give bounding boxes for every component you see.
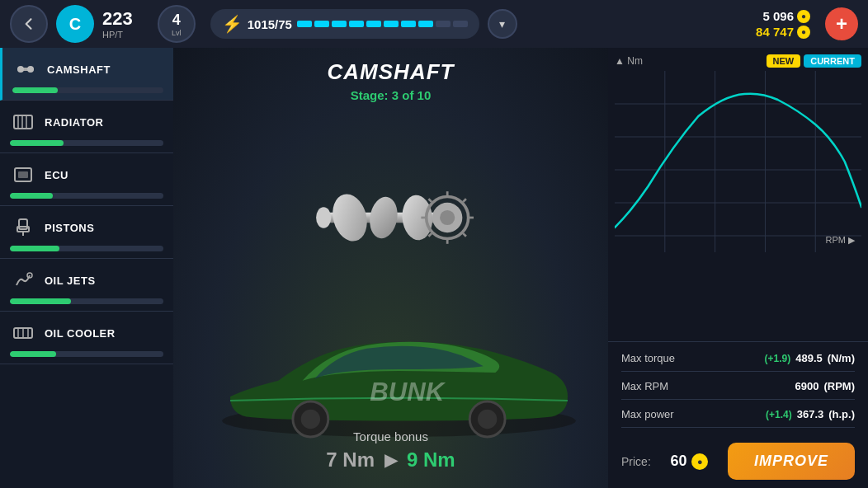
oil-jets-progress-bg xyxy=(10,298,163,304)
gold-value: 5 096 xyxy=(762,9,794,23)
camshaft-label: CAMSHAFT xyxy=(47,63,111,76)
svg-point-29 xyxy=(440,210,455,225)
gold-coin-icon: ● xyxy=(797,10,810,23)
pistons-label: PISTONS xyxy=(45,222,94,234)
part-stage: Stage: 3 of 10 xyxy=(351,88,432,102)
center-content: CAMSHAFT Stage: 3 of 10 xyxy=(173,48,608,488)
ecu-label: ECU xyxy=(45,169,68,181)
player-badge: C xyxy=(56,5,94,43)
right-panel: ▲ Nm NEW CURRENT RPM ▶ xyxy=(608,48,868,488)
svg-rect-3 xyxy=(14,115,32,129)
torque-chart: RPM ▶ xyxy=(615,71,861,252)
oil-cooler-label: OIL COOLER xyxy=(45,327,116,340)
energy-pip xyxy=(401,21,416,27)
energy-pip xyxy=(384,21,399,27)
gold-currency: 5 096 ● xyxy=(762,9,810,23)
svg-line-35 xyxy=(463,233,466,237)
sidebar-item-camshaft[interactable]: CAMSHAFT xyxy=(0,48,173,101)
silver-currency: 84 747 ● xyxy=(756,25,810,39)
hp-label: HP/T xyxy=(102,30,133,40)
svg-rect-8 xyxy=(18,171,28,178)
svg-rect-9 xyxy=(19,219,27,229)
part-3d-visual xyxy=(309,152,474,284)
stat-row-torque: Max torque (+1.9) 489.5 (N/m) xyxy=(621,352,855,372)
silver-coin-icon: ● xyxy=(797,26,810,39)
badge-new: NEW xyxy=(767,54,801,68)
sidebar: CAMSHAFT RADIATOR ECU xyxy=(0,48,173,488)
radiator-label: RADIATOR xyxy=(45,116,103,129)
dropdown-button[interactable]: ▾ xyxy=(488,9,517,39)
badge-current: CURRENT xyxy=(804,54,861,68)
sidebar-item-pistons[interactable]: PISTONS xyxy=(0,206,173,259)
level-number: 4 xyxy=(172,12,181,29)
rpm-label: RPM ▶ xyxy=(826,235,856,246)
chart-badges: NEW CURRENT xyxy=(767,54,861,68)
torque-info: Torque bonus 7 Nm ▶ 9 Nm xyxy=(326,429,455,472)
oil-cooler-icon xyxy=(10,320,36,346)
energy-pip xyxy=(349,21,364,27)
level-label: Lvl xyxy=(172,29,182,37)
torque-new: 9 Nm xyxy=(407,448,455,472)
sidebar-item-radiator[interactable]: RADIATOR xyxy=(0,101,173,153)
svg-line-36 xyxy=(463,199,466,202)
stat-value-torque: (+1.9) 489.5 (N/m) xyxy=(765,352,855,364)
price-improve-row: Price: 60 ● IMPROVE xyxy=(608,434,868,488)
stat-value-rpm: 6900 (RPM) xyxy=(795,380,855,392)
energy-pip xyxy=(314,21,329,27)
pistons-progress-bg xyxy=(10,246,163,251)
energy-pip xyxy=(297,21,312,27)
torque-arrow-icon: ▶ xyxy=(384,450,397,470)
level-badge: 4 Lvl xyxy=(158,5,196,43)
camshaft-progress-bg xyxy=(12,87,163,93)
pistons-progress-fill xyxy=(10,246,59,251)
back-button[interactable] xyxy=(10,5,48,43)
silver-value: 84 747 xyxy=(756,25,794,39)
oil-cooler-progress-fill xyxy=(10,351,56,357)
svg-point-25 xyxy=(366,195,400,241)
ecu-icon xyxy=(10,162,36,188)
stat-row-power: Max power (+1.4) 367.3 (h.p.) xyxy=(621,408,855,428)
sidebar-item-oil-jets[interactable]: OIL JETS xyxy=(0,259,173,312)
stat-unit-power: (h.p.) xyxy=(828,408,855,420)
stat-num-power: 367.3 xyxy=(797,408,824,420)
svg-point-38 xyxy=(316,207,331,228)
stat-num-rpm: 6900 xyxy=(795,380,819,392)
sidebar-item-ecu[interactable]: ECU xyxy=(0,153,173,206)
oil-jets-progress-fill xyxy=(10,298,71,304)
torque-old: 7 Nm xyxy=(326,448,375,472)
svg-line-34 xyxy=(428,199,432,202)
radiator-icon xyxy=(10,109,36,135)
stat-name-rpm: Max RPM xyxy=(621,380,668,392)
energy-section: ⚡ 1015/75 xyxy=(210,9,479,39)
stat-num-torque: 489.5 xyxy=(795,352,823,364)
nm-label: ▲ Nm xyxy=(615,55,643,67)
energy-value: 1015/75 xyxy=(248,17,292,31)
add-currency-button[interactable]: + xyxy=(825,7,858,40)
svg-point-2 xyxy=(27,66,34,73)
price-coin-icon: ● xyxy=(691,453,708,470)
stat-bonus-power: (+1.4) xyxy=(766,409,792,420)
ecu-progress-fill xyxy=(10,193,53,199)
radiator-progress-bg xyxy=(10,140,163,146)
top-bar: C 223 HP/T 4 Lvl ⚡ 1015/75 ▾ 5 096 ● xyxy=(0,0,868,48)
camshaft-icon xyxy=(12,56,39,82)
energy-bar xyxy=(297,21,468,27)
part-title: CAMSHAFT xyxy=(328,59,455,85)
price-label: Price: xyxy=(621,455,651,468)
price-value: 60 ● xyxy=(670,453,708,470)
energy-pip xyxy=(436,21,451,27)
stats-area: Max torque (+1.9) 489.5 (N/m) Max RPM 69… xyxy=(608,342,868,434)
chart-area: ▲ Nm NEW CURRENT RPM ▶ xyxy=(608,48,868,342)
oil-jets-label: OIL JETS xyxy=(45,274,96,287)
price-number: 60 xyxy=(670,453,686,470)
currency-section: 5 096 ● 84 747 ● xyxy=(756,9,810,39)
camshaft-progress-fill xyxy=(12,87,58,93)
sidebar-item-oil-cooler[interactable]: OIL COOLER xyxy=(0,312,173,364)
hp-display: 223 HP/T xyxy=(102,8,133,40)
svg-point-1 xyxy=(17,66,24,73)
radiator-progress-fill xyxy=(10,140,64,146)
hp-value: 223 xyxy=(102,8,133,30)
improve-button[interactable]: IMPROVE xyxy=(728,443,855,480)
svg-point-24 xyxy=(328,190,372,246)
oil-cooler-progress-bg xyxy=(10,351,163,357)
